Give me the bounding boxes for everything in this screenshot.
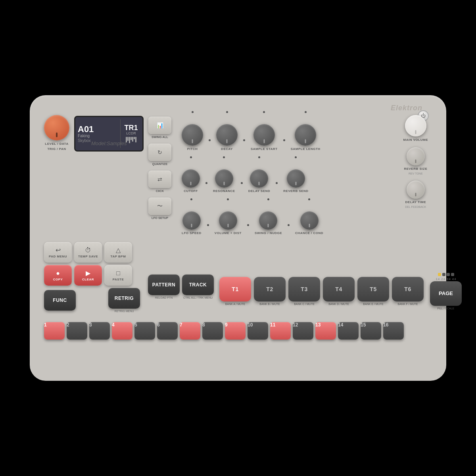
delay-send-knob[interactable] bbox=[250, 169, 268, 188]
main-volume-area: MAIN VOLUME bbox=[403, 115, 428, 142]
track-t1-button[interactable]: T1 bbox=[219, 277, 251, 301]
paste-button[interactable]: □ PASTE bbox=[104, 265, 132, 286]
level-data-knob[interactable] bbox=[44, 115, 69, 140]
ctrl-all-label: CTRL ALL / TRK MENU bbox=[183, 296, 213, 299]
track-t5-button[interactable]: T5 bbox=[357, 277, 389, 301]
temp-save-button[interactable]: ⏱ TEMP SAVE bbox=[74, 242, 102, 263]
decay-dot bbox=[226, 111, 228, 113]
sample-start-dot bbox=[263, 111, 265, 113]
step-button-13[interactable]: 13 bbox=[315, 322, 336, 340]
sample-start-knob[interactable] bbox=[253, 124, 275, 146]
track-t2-label: T2 bbox=[266, 286, 273, 292]
chance-cond-knob-area: CHANCE / COND bbox=[295, 198, 323, 235]
dot6 bbox=[276, 182, 278, 184]
display-pattern: A01 bbox=[78, 125, 119, 134]
track-t6-button[interactable]: T6 bbox=[392, 277, 424, 301]
step-button-16[interactable]: 16 bbox=[383, 322, 404, 340]
track-t2-button[interactable]: T2 bbox=[254, 277, 286, 301]
page-label-44: 4:4 bbox=[452, 278, 456, 280]
reverb-send-knob[interactable] bbox=[287, 169, 305, 188]
cutoff-label: CUTOFF bbox=[184, 189, 198, 193]
pad-menu-button[interactable]: ↩ PAD MENU bbox=[44, 242, 72, 263]
display-bar-6 bbox=[134, 137, 135, 139]
clear-button[interactable]: ▶ CLEAR bbox=[74, 265, 102, 286]
click-label: CliCK bbox=[148, 189, 171, 193]
fill-scale-label: FILL / SCALE bbox=[438, 307, 455, 310]
pitch-label: PITCH bbox=[187, 147, 198, 151]
track-t4-button[interactable]: T4 bbox=[323, 277, 355, 301]
device-body: Elektron ⏻ Model:Samples LEVEL / DATA TR… bbox=[30, 95, 446, 381]
lfo-setup-button[interactable]: 〜 bbox=[148, 198, 171, 215]
step-button-8[interactable]: 8 bbox=[202, 322, 223, 340]
delay-time-label: DELAY TIME bbox=[405, 200, 426, 204]
step-button-14[interactable]: 14 bbox=[338, 322, 359, 340]
step-button-12[interactable]: 12 bbox=[293, 322, 313, 340]
reverb-send-label: REVERB SEND bbox=[283, 189, 308, 193]
page-dot-4 bbox=[451, 273, 454, 276]
pad-menu-icon: ↩ bbox=[56, 246, 61, 254]
step-button-6[interactable]: 6 bbox=[157, 322, 178, 340]
sample-length-knob[interactable] bbox=[295, 124, 316, 146]
paste-label: PASTE bbox=[113, 278, 124, 281]
decay-knob[interactable] bbox=[216, 124, 238, 146]
display-bar-2 bbox=[127, 137, 129, 141]
retrig-button[interactable]: RETRIG bbox=[108, 288, 140, 309]
track-t6-label: T6 bbox=[404, 286, 411, 292]
func-button[interactable]: FUNC bbox=[44, 290, 76, 311]
step-button-11[interactable]: 11 bbox=[270, 322, 291, 340]
page-label-34: 3:4 bbox=[447, 278, 451, 280]
paste-icon: □ bbox=[116, 270, 120, 277]
decay-label: DECAY bbox=[221, 147, 233, 151]
model-label: Model:Samples bbox=[91, 140, 127, 146]
track-t5-label: T5 bbox=[370, 286, 376, 292]
temp-save-label: TEMP SAVE bbox=[78, 255, 98, 258]
page-button[interactable]: PAGE bbox=[430, 281, 462, 306]
resonance-knob[interactable] bbox=[215, 169, 233, 188]
copy-icon: ● bbox=[56, 270, 60, 277]
display-name1: Faking bbox=[78, 134, 119, 138]
track-t3-button[interactable]: T3 bbox=[288, 277, 320, 301]
quantize-label: QUANTIZE bbox=[148, 162, 171, 166]
step-button-7[interactable]: 7 bbox=[180, 322, 200, 340]
track-label: TRACK bbox=[189, 282, 207, 288]
swing-nudge-knob[interactable] bbox=[259, 211, 277, 230]
pattern-button[interactable]: PATTERN bbox=[148, 274, 180, 295]
reverb-size-knob[interactable] bbox=[407, 147, 425, 165]
cutoff-knob[interactable] bbox=[182, 169, 200, 188]
volume-dot bbox=[227, 198, 229, 200]
swing-all-label: SWING ALL bbox=[148, 135, 171, 139]
track-t3-label: T3 bbox=[301, 286, 307, 292]
display-bar-4 bbox=[131, 137, 132, 140]
page-dot-3 bbox=[447, 273, 450, 276]
quantize-button[interactable]: ↻ bbox=[148, 144, 171, 161]
step-button-2[interactable]: 2 bbox=[67, 322, 87, 340]
volume-dist-knob[interactable] bbox=[219, 211, 237, 230]
swing-dot bbox=[267, 198, 269, 200]
step-button-3[interactable]: 3 bbox=[89, 322, 110, 340]
delay-time-knob[interactable] bbox=[407, 180, 425, 199]
display-track-sub: LCDR bbox=[126, 131, 136, 135]
click-button[interactable]: ⇄ bbox=[148, 171, 171, 188]
copy-button[interactable]: ● COPY bbox=[44, 265, 72, 286]
pitch-knob[interactable] bbox=[182, 124, 203, 146]
resonance-dot bbox=[223, 156, 225, 158]
swing-nudge-knob-area: SWING / NUDGE bbox=[255, 198, 282, 235]
track-t4-label: T4 bbox=[335, 286, 342, 292]
lfo-speed-knob[interactable] bbox=[182, 211, 201, 230]
chance-cond-knob[interactable] bbox=[300, 211, 319, 230]
step-button-4[interactable]: 4 bbox=[112, 322, 132, 340]
tap-bpm-button[interactable]: △ TAP BPM bbox=[104, 242, 132, 263]
lfo-icon: 〜 bbox=[157, 203, 163, 210]
tap-bpm-label: TAP BPM bbox=[111, 255, 126, 258]
retrig-label: RETRIG bbox=[115, 296, 134, 301]
track-button[interactable]: TRACK bbox=[182, 274, 214, 295]
step-button-15[interactable]: 15 bbox=[361, 322, 381, 340]
step-button-5[interactable]: 5 bbox=[134, 322, 155, 340]
swing-all-button[interactable]: 📊 bbox=[148, 117, 171, 134]
step-button-9[interactable]: 9 bbox=[225, 322, 246, 340]
step-button-10[interactable]: 10 bbox=[248, 322, 268, 340]
dot4 bbox=[205, 182, 207, 184]
level-data-label: LEVEL / DATA bbox=[45, 142, 68, 146]
step-button-1[interactable]: 1 bbox=[44, 322, 65, 340]
main-volume-knob[interactable] bbox=[405, 115, 426, 136]
